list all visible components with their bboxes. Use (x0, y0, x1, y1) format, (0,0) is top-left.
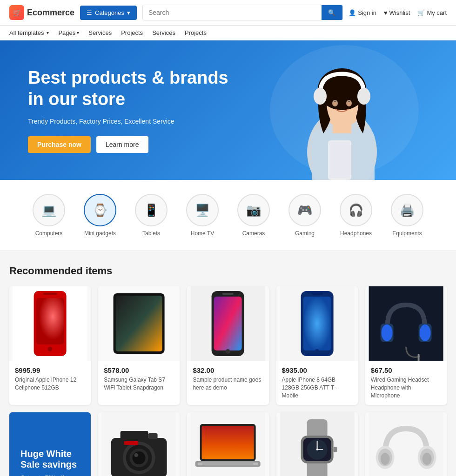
category-cameras[interactable]: 📷 Cameras (228, 189, 279, 241)
nav-all-templates-label: All templates (9, 29, 44, 36)
header-actions: 👤 Sign in ♥ Wishlist 🛒 My cart (349, 9, 447, 16)
product-image-p1 (9, 286, 91, 361)
product-info-p5: $67.50 Wired Gaming Headset Headphone wi… (365, 361, 447, 405)
wishlist-label: Wishlist (389, 9, 410, 16)
header: 🛒 Ecommerce ☰ Categories ▾ 🔍 👤 Sign in ♥… (0, 0, 456, 26)
user-icon: 👤 (349, 9, 356, 16)
menu-icon: ☰ (87, 9, 92, 16)
categories-button[interactable]: ☰ Categories ▾ (80, 6, 137, 20)
svg-rect-36 (417, 354, 419, 361)
nav-all-templates[interactable]: All templates (9, 29, 49, 36)
cart-label: My cart (427, 9, 447, 16)
category-equipments-circle: 🖨️ (391, 194, 423, 226)
purchase-now-button[interactable]: Purchase now (28, 136, 91, 153)
svg-rect-55 (307, 419, 327, 438)
category-home-tv[interactable]: 🖥️ Home TV (177, 189, 228, 241)
product-img-watch (276, 412, 358, 476)
nav-projects-2[interactable]: Projects (185, 29, 207, 36)
svg-rect-16 (43, 293, 57, 295)
svg-point-34 (381, 324, 392, 341)
category-tablets[interactable]: 📱 Tablets (126, 189, 177, 241)
hero-content: Best products & brands in our store Tren… (28, 67, 237, 152)
category-gaming[interactable]: 🎮 Gaming (279, 189, 330, 241)
product-info-p3: $32.00 Sample product name goes here as … (187, 361, 268, 397)
logo[interactable]: 🛒 Ecommerce (9, 5, 74, 20)
category-tablets-label: Tablets (142, 230, 160, 237)
product-name-p4: Apple iPhone 8 64GB 128GB 256GB ATT T-Mo… (282, 376, 352, 399)
nav-services-2[interactable]: Services (152, 29, 175, 36)
category-headphones-label: Headphones (340, 230, 372, 237)
svg-point-62 (316, 449, 318, 450)
product-img-headset (365, 286, 447, 361)
gaming-icon: 🎮 (297, 203, 312, 218)
svg-rect-45 (121, 431, 148, 440)
product-card-p5[interactable]: $67.50 Wired Gaming Headset Headphone wi… (365, 286, 447, 405)
product-info-p2: $578.00 Samsung Galaxy Tab S7 WiFi Table… (98, 361, 180, 397)
category-computers-circle: 💻 (33, 194, 65, 226)
nav-pages[interactable]: Pages (58, 29, 79, 36)
product-img-phone-purple (187, 286, 268, 361)
product-img-tablet (98, 286, 180, 361)
product-image-p3 (187, 286, 268, 361)
logo-icon: 🛒 (9, 5, 24, 20)
category-cameras-label: Cameras (242, 230, 265, 237)
svg-point-43 (133, 451, 146, 464)
category-equipments[interactable]: 🖨️ Equipments (382, 189, 433, 241)
product-card-p9[interactable]: $3.95 Premium Wireless Headphones White (365, 412, 447, 476)
nav-projects-1[interactable]: Projects (121, 29, 143, 36)
product-card-p4[interactable]: $935.00 Apple iPhone 8 64GB 128GB 256GB … (276, 286, 358, 405)
product-price-p3: $32.00 (193, 366, 263, 374)
product-card-p7[interactable]: $300.00 Apple MacBook Pro Laptop (187, 412, 268, 476)
product-name-p2: Samsung Galaxy Tab S7 WiFi Tablet Snapdr… (104, 376, 174, 392)
section-title: Recommended items (9, 265, 447, 277)
svg-rect-47 (148, 433, 158, 439)
svg-point-25 (226, 349, 230, 354)
product-name-p5: Wired Gaming Headset Headphone with Micr… (371, 376, 441, 399)
heart-icon: ♥ (384, 9, 388, 16)
search-button[interactable]: 🔍 (322, 5, 342, 20)
cameras-icon: 📷 (246, 203, 261, 218)
product-card-p3[interactable]: $32.00 Sample product name goes here as … (187, 286, 268, 405)
search-input[interactable] (143, 5, 322, 20)
nav-projects-1-label: Projects (121, 29, 143, 36)
computers-icon: 💻 (41, 203, 56, 218)
category-computers[interactable]: 💻 Computers (23, 189, 74, 241)
product-card-p8[interactable]: $32.00 Smart Watch Fitness Tracker (276, 412, 358, 476)
promo-card[interactable]: Huge White Sale savings Get up to 70% of… (9, 412, 91, 476)
cart-link[interactable]: 🛒 My cart (417, 9, 447, 16)
svg-point-44 (134, 453, 138, 457)
product-price-p4: $935.00 (282, 366, 352, 374)
product-info-p4: $935.00 Apple iPhone 8 64GB 128GB 256GB … (276, 361, 358, 405)
category-home-tv-circle: 🖥️ (186, 194, 219, 226)
category-gaming-label: Gaming (295, 230, 315, 237)
category-headphones[interactable]: 🎧 Headphones (330, 189, 382, 241)
product-image-p2 (98, 286, 180, 361)
svg-point-70 (422, 453, 431, 465)
product-img-camera (98, 412, 180, 476)
categories-section: 💻 Computers ⌚ Mini gadgets 📱 Tablets 🖥️ … (0, 180, 456, 251)
wishlist-link[interactable]: ♥ Wishlist (384, 9, 410, 16)
nav-services-1[interactable]: Services (88, 29, 112, 36)
category-mini-gadgets[interactable]: ⌚ Mini gadgets (74, 189, 126, 241)
svg-rect-24 (222, 293, 234, 295)
product-image-p4 (276, 286, 358, 361)
product-card-p2[interactable]: $578.00 Samsung Galaxy Tab S7 WiFi Table… (98, 286, 180, 405)
product-info-p1: $995.99 Original Apple iPhone 12 Cellpho… (9, 361, 91, 397)
nav-pages-label: Pages (58, 29, 75, 36)
svg-point-15 (48, 347, 53, 351)
category-headphones-circle: 🎧 (340, 194, 372, 226)
svg-point-69 (380, 453, 389, 465)
product-price-p5: $67.50 (371, 366, 441, 374)
svg-rect-19 (116, 296, 162, 351)
learn-more-button[interactable]: Learn more (96, 136, 148, 153)
sign-in-link[interactable]: 👤 Sign in (349, 9, 376, 16)
home-tv-icon: 🖥️ (195, 203, 210, 218)
product-card-p1[interactable]: $995.99 Original Apple iPhone 12 Cellpho… (9, 286, 91, 405)
product-card-p6[interactable]: $156.00 Canon EOS DSLR Camera (98, 412, 180, 476)
svg-rect-46 (124, 441, 138, 445)
sign-in-label: Sign in (358, 9, 376, 16)
products-section: Recommended items (0, 251, 456, 476)
svg-rect-11 (329, 142, 350, 178)
product-image-p8 (276, 412, 358, 476)
search-icon: 🔍 (328, 9, 336, 16)
